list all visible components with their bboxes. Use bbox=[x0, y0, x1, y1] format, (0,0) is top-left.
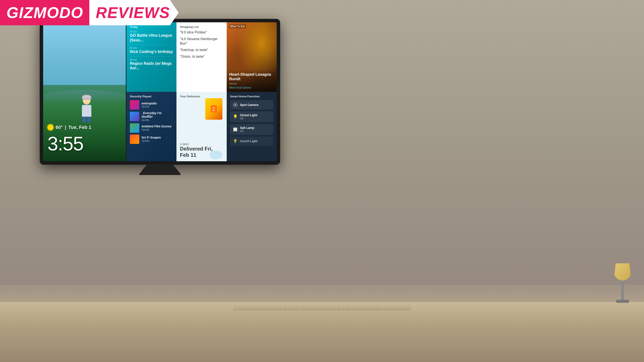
reviews-label: REVIEWS bbox=[89, 0, 178, 25]
weather-info: 60° | Tue, Feb 1 bbox=[48, 124, 92, 131]
music-thumb-2 bbox=[130, 112, 139, 121]
right-panels: Today All day GO Battle Ultra League (Se… bbox=[126, 22, 277, 161]
smarthome-name-couch: Couch Light bbox=[240, 139, 258, 143]
music-label: Recently Played bbox=[130, 95, 173, 98]
person-body bbox=[82, 105, 91, 117]
delivery-box-brand: on go bbox=[211, 105, 217, 113]
person-hat bbox=[82, 95, 91, 99]
rug-fringe bbox=[0, 302, 644, 311]
smarthome-label: Smart Home Favorites bbox=[230, 95, 273, 98]
lamp-body bbox=[621, 281, 624, 300]
bulb-icon-closet: 💡 bbox=[233, 114, 238, 119]
food-source: Kitchen bbox=[229, 82, 274, 85]
smarthome-info-closet: Closet Light Off bbox=[240, 113, 258, 120]
cal-divider-2 bbox=[130, 56, 173, 57]
music-panel[interactable]: Recently Played metropolis Spotify _Ever… bbox=[126, 92, 176, 161]
smarthome-item-salt[interactable]: ⬜ Salt Lamp Off bbox=[230, 124, 273, 135]
fringe-strand bbox=[234, 305, 234, 311]
music-info-3: Ambient Film Scores Spotify bbox=[142, 125, 171, 131]
music-thumb-4 bbox=[130, 134, 139, 144]
gizmodo-logo: GIZMODO bbox=[0, 0, 90, 25]
weather-row: 60° | Tue, Feb 1 bbox=[48, 124, 92, 130]
smarthome-item-closet[interactable]: 💡 Closet Light Off bbox=[230, 111, 273, 122]
shopping-item-1: "8.0 slice Pickles" bbox=[180, 30, 223, 35]
music-thumb-3 bbox=[130, 123, 139, 133]
smarthome-name-camera: Spot Camera bbox=[240, 103, 258, 107]
cal-event-1: GO Battle Ultra League (Seas... bbox=[130, 33, 173, 42]
camera-icon-circle bbox=[233, 103, 238, 107]
delivery-panel[interactable]: Your Deliveries on go 1 item Delivered F… bbox=[176, 92, 226, 161]
music-item-1[interactable]: metropolis Spotify bbox=[130, 100, 173, 110]
music-source-2: Spotify bbox=[142, 119, 173, 122]
smarthome-status-closet: Off bbox=[240, 117, 258, 120]
clock-time: 3:55 bbox=[48, 133, 83, 154]
music-item-4[interactable]: Sci Fi Scapes Spotify bbox=[130, 134, 173, 144]
table-cloth bbox=[0, 285, 644, 302]
delivery-count: 1 item bbox=[180, 142, 223, 146]
smarthome-status-salt: Off bbox=[240, 130, 254, 133]
weather-date: Tue, Feb 1 bbox=[68, 125, 91, 130]
shopping-panel[interactable]: Shopping List "8.0 slice Pickles" "4.0 S… bbox=[176, 22, 226, 92]
music-info-2: _Everyday I'm shufflin' Spotify bbox=[142, 111, 173, 122]
shopping-item-4: "Onion, to taste" bbox=[180, 54, 223, 59]
music-item-3[interactable]: Ambient Film Scores Spotify bbox=[130, 123, 173, 133]
smarthome-item-couch[interactable]: 💡 Couch Light bbox=[230, 137, 273, 146]
clock-display: 3:55 bbox=[48, 133, 83, 155]
person-legs bbox=[81, 117, 92, 123]
shopping-label: Shopping List bbox=[180, 25, 223, 28]
table bbox=[0, 302, 644, 362]
shopping-item-2: "4.0 Sesame Hamburger Bun" bbox=[180, 37, 223, 46]
sky-background bbox=[43, 22, 126, 92]
calendar-item-2[interactable]: All day Nick Codling's birthday bbox=[130, 46, 173, 54]
lamp-shade bbox=[614, 263, 631, 281]
music-title-2: _Everyday I'm shufflin' bbox=[142, 111, 173, 119]
person-figure bbox=[81, 97, 92, 122]
smarthome-panel[interactable]: Smart Home Favorites Spot Camera 💡 Close… bbox=[227, 92, 277, 161]
left-panel[interactable]: 60° | Tue, Feb 1 3:55 bbox=[43, 22, 126, 161]
cal-day-label-1: All day bbox=[130, 30, 173, 33]
food-title: Heart-Shaped Lasagna Bundt bbox=[229, 72, 274, 81]
smarthome-name-salt: Salt Lamp bbox=[240, 126, 254, 130]
calendar-item-3[interactable]: All day Regice Raids (w/ Mega Aer... bbox=[130, 58, 173, 70]
weather-separator: | bbox=[65, 125, 66, 130]
food-content: Heart-Shaped Lasagna Bundt Kitchen More … bbox=[227, 70, 277, 92]
device-screen[interactable]: 60° | Tue, Feb 1 3:55 Today All day GO B… bbox=[43, 22, 277, 161]
cal-event-3: Regice Raids (w/ Mega Aer... bbox=[130, 61, 173, 70]
temperature: 60° bbox=[56, 125, 63, 130]
delivery-box-image: on go bbox=[205, 98, 222, 120]
cal-event-2: Nick Codling's birthday bbox=[130, 49, 173, 54]
food-label-top: What To Eat bbox=[229, 24, 246, 28]
person-leg-right bbox=[87, 117, 90, 123]
echo-show-device: 60° | Tue, Feb 1 3:55 Today All day GO B… bbox=[40, 19, 280, 165]
bulb-icon-couch: 💡 bbox=[233, 139, 238, 144]
music-source-1: Spotify bbox=[142, 105, 157, 108]
person-head bbox=[83, 97, 90, 104]
camera-icon bbox=[233, 102, 238, 107]
shopping-item-3: "Ketchup, to taste" bbox=[180, 48, 223, 52]
bulb-icon-salt: ⬜ bbox=[233, 127, 238, 132]
gizmodo-banner: GIZMODO REVIEWS bbox=[0, 0, 178, 25]
calendar-panel[interactable]: Today All day GO Battle Ultra League (Se… bbox=[126, 22, 176, 92]
cal-day-label-3: All day bbox=[130, 58, 173, 61]
smarthome-name-closet: Closet Light bbox=[240, 113, 258, 117]
delivery-box: on go bbox=[205, 98, 222, 120]
lamp-decoration bbox=[614, 263, 631, 302]
calendar-item-1[interactable]: All day GO Battle Ultra League (Seas... bbox=[130, 30, 173, 42]
music-title-3: Ambient Film Scores bbox=[142, 125, 171, 128]
person-leg-left bbox=[82, 117, 86, 123]
smarthome-info-salt: Salt Lamp Off bbox=[240, 126, 254, 133]
smarthome-info-camera: Spot Camera bbox=[240, 103, 258, 107]
music-source-4: Spotify bbox=[142, 139, 161, 142]
cal-day-label-2: All day bbox=[130, 46, 173, 49]
smarthome-item-camera[interactable]: Spot Camera bbox=[230, 100, 273, 110]
music-source-3: Spotify bbox=[142, 128, 171, 131]
music-item-2[interactable]: _Everyday I'm shufflin' Spotify bbox=[130, 111, 173, 122]
music-info-4: Sci Fi Scapes Spotify bbox=[142, 136, 161, 142]
food-panel[interactable]: What To Eat Heart-Shaped Lasagna Bundt K… bbox=[227, 22, 277, 92]
music-thumb-1 bbox=[130, 100, 139, 110]
delivery-wave-decoration bbox=[210, 151, 222, 159]
music-title-4: Sci Fi Scapes bbox=[142, 136, 161, 139]
delivery-label: Your Deliveries bbox=[180, 95, 200, 98]
music-title-1: metropolis bbox=[142, 102, 157, 105]
food-more-link[interactable]: More Food Options bbox=[229, 86, 274, 89]
